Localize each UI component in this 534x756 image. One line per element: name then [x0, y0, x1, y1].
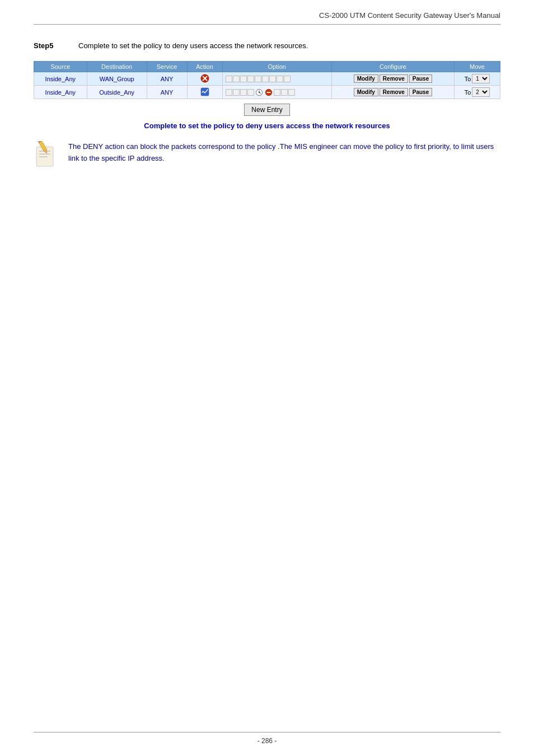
col-service: Service	[147, 62, 187, 72]
header-title: CS-2000 UTM Content Security Gateway Use…	[319, 11, 500, 20]
row2-destination: Outside_Any	[87, 86, 147, 99]
note-text: The DENY action can block the packets co…	[68, 141, 500, 165]
opt-slot	[226, 76, 232, 82]
step5-label: Step5	[34, 41, 67, 50]
col-source: Source	[34, 62, 87, 72]
col-option: Option	[222, 62, 331, 72]
opt-slot	[233, 76, 240, 82]
row2-remove-button[interactable]: Remove	[380, 88, 408, 96]
opt-slot	[247, 76, 254, 82]
svg-point-7	[259, 92, 260, 93]
col-destination: Destination	[87, 62, 147, 72]
step5-text: Complete to set the policy to deny users…	[78, 41, 308, 50]
opt-slot	[262, 76, 269, 82]
row2-dest-link[interactable]: Outside_Any	[99, 89, 134, 96]
opt-slot	[240, 76, 247, 82]
row1-source: Inside_Any	[34, 72, 87, 86]
row1-service-link[interactable]: ANY	[161, 76, 174, 82]
opt-slot	[240, 89, 247, 96]
row1-action	[187, 72, 222, 86]
row1-modify-button[interactable]: Modify	[354, 74, 378, 83]
schedule-icon	[255, 88, 264, 97]
table-row: Inside_Any WAN_Group ANY	[34, 72, 500, 86]
row2-service-link[interactable]: ANY	[161, 89, 174, 96]
col-action: Action	[187, 62, 222, 72]
row2-move-select[interactable]: 1 2	[472, 87, 490, 97]
page-number: - 286 -	[257, 737, 277, 745]
row2-source-link[interactable]: Inside_Any	[45, 89, 76, 96]
opt-slot	[269, 76, 276, 82]
opt-slot	[284, 76, 291, 82]
row2-source: Inside_Any	[34, 86, 87, 99]
page-footer: - 286 -	[34, 732, 500, 745]
policy-table: Source Destination Service Action Option…	[34, 61, 500, 99]
opt-slot	[247, 89, 254, 96]
page-header: CS-2000 UTM Content Security Gateway Use…	[34, 11, 500, 25]
allow-action-icon	[200, 87, 210, 97]
opt-slot	[255, 76, 261, 82]
main-content: Step5 Complete to set the policy to deny…	[34, 41, 500, 732]
row2-move: To 1 2	[455, 86, 500, 99]
table-caption: Complete to set the policy to deny users…	[34, 122, 500, 130]
opt-slot	[281, 89, 288, 96]
row1-source-link[interactable]: Inside_Any	[45, 76, 76, 82]
row2-modify-button[interactable]: Modify	[354, 88, 378, 96]
policy-table-container: Source Destination Service Action Option…	[34, 61, 500, 99]
new-entry-button[interactable]: New Entry	[244, 104, 289, 116]
note-pencil-icon	[34, 141, 62, 169]
opt-slot	[274, 89, 280, 96]
row1-destination: WAN_Group	[87, 72, 147, 86]
row1-service: ANY	[147, 72, 187, 86]
row1-options	[222, 72, 331, 86]
row1-configure: Modify Remove Pause	[331, 72, 454, 86]
note-section: The DENY action can block the packets co…	[34, 141, 500, 169]
row2-options	[222, 86, 331, 99]
row1-move-label: To	[465, 76, 471, 82]
col-configure: Configure	[331, 62, 454, 72]
opt-slot	[233, 89, 240, 96]
table-row: Inside_Any Outside_Any ANY	[34, 86, 500, 99]
row2-service: ANY	[147, 86, 187, 99]
opt-slot	[277, 76, 283, 82]
row2-move-label: To	[465, 89, 471, 96]
row1-move: To 1 2	[455, 72, 500, 86]
row2-action	[187, 86, 222, 99]
row1-dest-link[interactable]: WAN_Group	[100, 76, 134, 82]
row1-move-select[interactable]: 1 2	[472, 74, 490, 83]
opt-slot	[226, 89, 232, 96]
row2-configure: Modify Remove Pause	[331, 86, 454, 99]
deny-action-icon	[200, 73, 210, 83]
row1-remove-button[interactable]: Remove	[380, 74, 408, 83]
row1-pause-button[interactable]: Pause	[409, 74, 432, 83]
step5-row: Step5 Complete to set the policy to deny…	[34, 41, 500, 50]
col-move: Move	[455, 62, 500, 72]
remove-icon	[264, 88, 273, 97]
row2-pause-button[interactable]: Pause	[409, 88, 432, 96]
opt-slot	[288, 89, 295, 96]
